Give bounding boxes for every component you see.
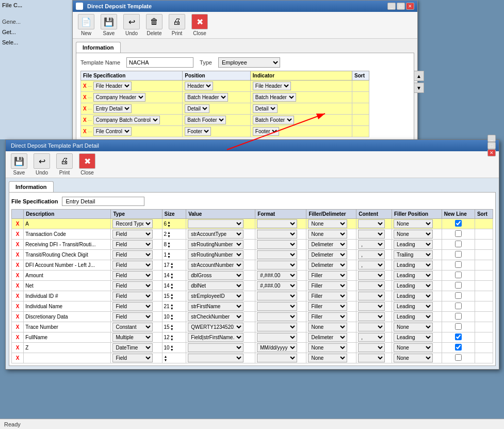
content-cell[interactable]: ,: [356, 332, 392, 343]
value-cell[interactable]: [186, 353, 255, 363]
newline-cell[interactable]: [442, 312, 475, 322]
newline-cell[interactable]: [442, 291, 475, 301]
delete-x-btn[interactable]: X: [16, 262, 20, 268]
delete-x-btn[interactable]: X: [16, 252, 20, 258]
filler-cell[interactable]: NoneDelimeterFiller: [306, 271, 356, 281]
value-cell[interactable]: Field|strFirstName...: [186, 332, 255, 343]
value-cell[interactable]: dblNet: [186, 281, 255, 291]
bg-undo-button[interactable]: ↩ Undo: [122, 14, 141, 36]
front-undo-button[interactable]: ↩ Undo: [32, 153, 51, 176]
type-cell[interactable]: FieldRecord TypeConstantMultipleDateTime: [111, 250, 162, 260]
content-cell[interactable]: ,: [356, 260, 392, 271]
type-cell[interactable]: FieldRecord TypeConstantMultipleDateTime: [111, 312, 162, 322]
size-cell[interactable]: 15▲▼: [162, 322, 186, 332]
type-cell[interactable]: FieldRecord TypeConstantMultipleDateTime: [111, 281, 162, 291]
newline-checkbox[interactable]: [455, 323, 462, 330]
content-cell[interactable]: [356, 229, 392, 240]
fillerpos-cell[interactable]: NoneLeadingTrailing: [392, 322, 442, 332]
size-cell[interactable]: 6▲▼: [162, 219, 186, 229]
size-cell[interactable]: 14▲▼: [162, 271, 186, 281]
format-cell[interactable]: [255, 332, 306, 343]
format-cell[interactable]: [255, 312, 306, 322]
value-cell[interactable]: strEmployeeID: [186, 291, 255, 301]
format-cell[interactable]: #,###.00: [255, 281, 306, 291]
type-cell[interactable]: FieldRecord TypeConstantMultipleDateTime: [111, 229, 162, 240]
content-cell[interactable]: [356, 281, 392, 291]
type-cell[interactable]: FieldRecord TypeConstantMultipleDateTime: [111, 291, 162, 301]
bg-close-button[interactable]: ✕: [406, 3, 414, 10]
newline-checkbox[interactable]: [455, 220, 462, 227]
fillerpos-cell[interactable]: NoneLeadingTrailing: [392, 250, 442, 260]
type-cell[interactable]: FieldRecord TypeConstantMultipleDateTime: [111, 343, 162, 353]
format-cell[interactable]: #,###.00: [255, 271, 306, 281]
fillerpos-cell[interactable]: NoneLeadingTrailing: [392, 332, 442, 343]
newline-cell[interactable]: [442, 353, 475, 363]
size-cell[interactable]: 14▲▼: [162, 281, 186, 291]
content-cell[interactable]: [356, 291, 392, 301]
format-cell[interactable]: [255, 250, 306, 260]
newline-cell[interactable]: [442, 271, 475, 281]
fillerpos-cell[interactable]: NoneLeadingTrailing: [392, 271, 442, 281]
bg-print-button[interactable]: 🖨 Print: [168, 14, 186, 36]
newline-checkbox[interactable]: [455, 261, 462, 268]
delete-x-btn[interactable]: X: [16, 231, 20, 237]
front-close-button[interactable]: ✕: [487, 149, 496, 156]
content-cell[interactable]: [356, 219, 392, 229]
newline-checkbox[interactable]: [455, 282, 462, 289]
delete-x-btn[interactable]: X: [16, 273, 20, 278]
size-cell[interactable]: ▲▼: [162, 353, 186, 363]
fillerpos-cell[interactable]: NoneLeadingTrailing: [392, 260, 442, 271]
type-cell[interactable]: FieldRecord TypeConstantMultipleDateTime: [111, 353, 162, 363]
delete-x-btn[interactable]: X: [16, 283, 20, 289]
delete-x-btn[interactable]: X: [16, 345, 20, 351]
type-cell[interactable]: FieldRecord TypeConstantMultipleDateTime: [111, 332, 162, 343]
template-name-input[interactable]: [126, 57, 193, 68]
newline-cell[interactable]: [442, 281, 475, 291]
filler-cell[interactable]: NoneDelimeterFiller: [306, 229, 356, 240]
filler-cell[interactable]: NoneDelimeterFiller: [306, 219, 356, 229]
newline-checkbox[interactable]: [455, 313, 462, 320]
newline-checkbox[interactable]: [455, 292, 462, 299]
newline-checkbox[interactable]: [455, 354, 462, 361]
fillerpos-cell[interactable]: NoneLeadingTrailing: [392, 281, 442, 291]
newline-cell[interactable]: [442, 301, 475, 312]
bg-new-button[interactable]: 📄 New: [77, 14, 95, 36]
bg-sort-down[interactable]: ▼: [414, 83, 424, 93]
filler-cell[interactable]: NoneDelimeterFiller: [306, 240, 356, 250]
type-select[interactable]: Employee: [218, 57, 280, 68]
value-cell[interactable]: [186, 343, 255, 353]
front-maximize-button[interactable]: □: [487, 142, 496, 149]
content-cell[interactable]: [356, 343, 392, 353]
fillerpos-cell[interactable]: NoneLeadingTrailing: [392, 240, 442, 250]
bg-sort-up[interactable]: ▲: [414, 71, 424, 81]
content-cell[interactable]: [356, 271, 392, 281]
size-cell[interactable]: 2▲▼: [162, 229, 186, 240]
filler-cell[interactable]: NoneDelimeterFiller: [306, 260, 356, 271]
size-cell[interactable]: 1▲▼: [162, 250, 186, 260]
type-cell[interactable]: FieldRecord TypeConstantMultipleDateTime: [111, 219, 162, 229]
bg-tab-information[interactable]: Information: [76, 42, 121, 53]
bg-minimize-button[interactable]: _: [387, 3, 396, 10]
delete-x-btn[interactable]: X: [16, 314, 20, 320]
front-close-btn[interactable]: ✖ Close: [78, 153, 96, 176]
delete-x-btn[interactable]: X: [16, 242, 20, 247]
content-cell[interactable]: ,: [356, 240, 392, 250]
format-cell[interactable]: [255, 291, 306, 301]
delete-x-btn[interactable]: X: [16, 355, 20, 361]
size-cell[interactable]: 10▲▼: [162, 343, 186, 353]
newline-checkbox[interactable]: [455, 230, 462, 237]
format-cell[interactable]: [255, 219, 306, 229]
bg-win-controls[interactable]: _ □ ✕: [387, 3, 414, 10]
value-cell[interactable]: strAccountNumber: [186, 260, 255, 271]
size-cell[interactable]: 10▲▼: [162, 312, 186, 322]
fillerpos-cell[interactable]: NoneLeadingTrailing: [392, 291, 442, 301]
fillerpos-cell[interactable]: NoneLeadingTrailing: [392, 343, 442, 353]
size-cell[interactable]: 8▲▼: [162, 240, 186, 250]
delete-x-btn[interactable]: X: [16, 324, 20, 330]
bg-maximize-button[interactable]: □: [397, 3, 405, 10]
newline-checkbox[interactable]: [455, 333, 462, 340]
delete-x-btn[interactable]: X: [16, 335, 20, 340]
newline-cell[interactable]: [442, 250, 475, 260]
fillerpos-cell[interactable]: NoneLeadingTrailing: [392, 312, 442, 322]
newline-checkbox[interactable]: [455, 241, 462, 247]
